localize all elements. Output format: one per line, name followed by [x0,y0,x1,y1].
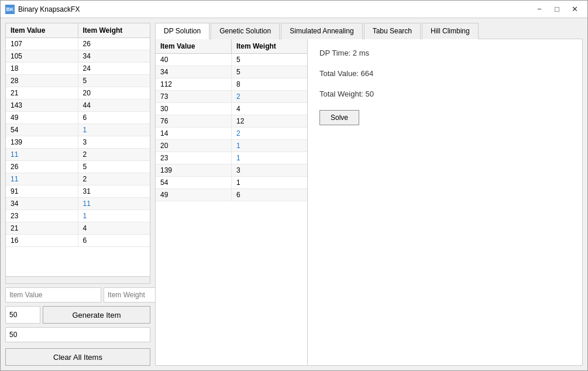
item-weight-cell: 26 [78,38,150,50]
results-weight-cell: 4 [232,103,307,115]
table-row: 3411 [6,198,150,210]
close-button[interactable]: ✕ [566,3,583,16]
title-bar: BK Binary KnapsackFX − □ ✕ [1,1,587,18]
table-row: 112 [6,173,150,186]
item-weight-cell: 3 [78,136,150,148]
table-row: 112 [6,149,150,161]
tab-hill-climbing[interactable]: Hill Climbing [422,23,479,39]
results-row: 1393 [156,164,307,177]
item-weight-cell: 2 [78,173,150,185]
item-weight-cell: 34 [78,50,150,62]
results-value-cell: 73 [156,91,232,102]
results-value-cell: 20 [156,140,232,152]
item-weight-cell: 1 [78,124,150,136]
results-row: 304 [156,103,307,115]
results-table-scroll[interactable]: 405345112873230476121422012311393541496 [156,54,307,365]
item-weight-cell: 5 [78,75,150,87]
item-weight-cell: 44 [78,99,150,111]
table-row: 214 [6,222,150,235]
table-row: 2120 [6,87,150,99]
item-value-cell: 143 [6,99,78,111]
items-table-scroll[interactable]: 1072610534182428521201434449654113931122… [6,38,150,276]
clear-row: Clear All Items [5,348,150,366]
capacity-input[interactable] [5,327,150,342]
table-row: 1824 [6,63,150,75]
item-value-input[interactable] [5,287,101,303]
item-value-cell: 28 [6,75,78,87]
table-row: 10534 [6,50,150,63]
item-value-cell: 11 [6,173,78,185]
results-weight-cell: 5 [232,66,307,78]
table-row: 9131 [6,186,150,198]
table-row: 496 [6,112,150,124]
results-row: 732 [156,91,307,103]
results-weight-cell: 1 [232,177,307,188]
window-title: Binary KnapsackFX [18,5,80,13]
minimize-button[interactable]: − [531,3,548,16]
generate-count-input[interactable] [5,306,40,324]
item-weight-cell: 11 [78,198,150,209]
results-weight-cell: 2 [232,128,307,139]
capacity-row [5,327,150,345]
main-content: Item Value Item Weight 10726105341824285… [1,18,587,370]
solve-button[interactable]: Solve [319,110,359,125]
total-weight-label: Total Weight: 50 [319,90,570,98]
left-panel: Item Value Item Weight 10726105341824285… [5,23,150,366]
results-value-cell: 34 [156,66,232,78]
results-weight-cell: 8 [232,78,307,90]
item-value-cell: 16 [6,235,78,246]
tabs-bar: DP SolutionGenetic SolutionSimulated Ann… [155,23,583,39]
results-row: 405 [156,54,307,66]
item-value-cell: 26 [6,161,78,173]
results-value-cell: 40 [156,54,232,66]
results-weight-cell: 12 [232,115,307,127]
table-row: 10726 [6,38,150,50]
table-row: 541 [6,124,150,136]
results-value-header: Item Value [156,39,232,53]
clear-button[interactable]: Clear All Items [5,348,150,366]
results-row: 7612 [156,115,307,128]
tab-dp-solution[interactable]: DP Solution [155,23,209,39]
generate-button[interactable]: Generate Item [43,306,150,324]
table-row: 231 [6,210,150,222]
results-weight-cell: 5 [232,54,307,66]
item-weight-cell: 1 [78,210,150,222]
window-controls: − □ ✕ [531,3,583,16]
table-row: 285 [6,75,150,87]
results-row: 496 [156,189,307,201]
item-weight-cell: 5 [78,161,150,173]
maximize-button[interactable]: □ [549,3,565,16]
item-value-cell: 21 [6,222,78,234]
item-weight-cell: 2 [78,149,150,160]
item-weight-cell: 6 [78,235,150,246]
item-value-cell: 54 [6,124,78,136]
table-row: 1393 [6,136,150,149]
scrollbar[interactable] [6,276,150,283]
tab-simulated-annealing[interactable]: Simulated Annealing [281,23,362,39]
results-row: 142 [156,128,307,140]
add-item-row: Add [5,287,150,303]
item-weight-cell: 20 [78,87,150,99]
item-weight-cell: 4 [78,222,150,234]
results-value-cell: 30 [156,103,232,115]
tab-genetic-solution[interactable]: Genetic Solution [211,23,280,39]
results-table-header: Item Value Item Weight [156,39,307,54]
tab-content: Item Value Item Weight 40534511287323047… [155,39,583,366]
item-weight-cell: 24 [78,63,150,74]
results-value-cell: 76 [156,115,232,127]
generate-row: Generate Item [5,306,150,324]
item-value-cell: 105 [6,50,78,62]
results-weight-cell: 6 [232,189,307,201]
results-value-cell: 112 [156,78,232,90]
results-row: 231 [156,152,307,164]
title-bar-left: BK Binary KnapsackFX [5,5,80,14]
results-value-cell: 23 [156,152,232,164]
tab-tabu-search[interactable]: Tabu Search [364,23,421,39]
item-weight-header: Item Weight [78,23,150,37]
results-row: 345 [156,66,307,78]
item-value-cell: 23 [6,210,78,222]
item-value-cell: 11 [6,149,78,160]
results-row: 201 [156,140,307,152]
items-table-header: Item Value Item Weight [6,23,150,38]
table-row: 14344 [6,99,150,112]
